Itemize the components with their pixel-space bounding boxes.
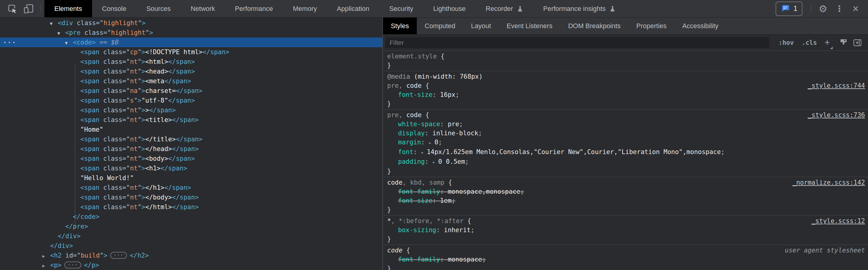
dom-tree-row[interactable]: <span class="nt">></span> xyxy=(0,105,382,115)
dom-tree-row[interactable]: <span class="nt"><html></span> xyxy=(0,57,382,66)
sidebar-tab-properties[interactable]: Properties xyxy=(628,18,674,34)
tab-network[interactable]: Network xyxy=(181,0,225,17)
disclosure-arrow-icon[interactable]: ▼ xyxy=(65,38,73,48)
css-declaration[interactable]: white-space: pre; xyxy=(383,119,868,129)
sidebar-toggle-icon[interactable] xyxy=(850,38,864,47)
dom-tree-row[interactable]: ▼<div class="highlight"> xyxy=(0,18,382,28)
dom-tree-row[interactable]: </code> xyxy=(0,212,382,222)
dom-token: class=" xyxy=(73,19,103,27)
sidebar-tab-layout[interactable]: Layout xyxy=(463,18,499,34)
dom-tree-row[interactable]: <span class="na">charset=</span> xyxy=(0,86,382,96)
brush-icon[interactable] xyxy=(837,38,850,47)
device-toolbar-icon[interactable] xyxy=(21,0,37,17)
tab-sources[interactable]: Sources xyxy=(136,0,181,17)
sidebar-tab-event-listeners[interactable]: Event Listeners xyxy=(499,18,561,34)
close-icon[interactable]: × xyxy=(847,0,864,17)
css-declaration[interactable]: font-size: 1em; xyxy=(383,196,868,205)
toggle-hover-state-button[interactable]: :hov xyxy=(775,39,798,46)
dom-tree-row[interactable]: <span class="nt"></title></span> xyxy=(0,134,382,144)
css-declaration[interactable]: font-family: monospace; xyxy=(383,255,868,264)
more-actions-icon[interactable]: ··· xyxy=(3,37,17,47)
css-declaration[interactable]: font: ▸ 14px/1.625em Menlo,Consolas,"Cou… xyxy=(383,147,868,157)
rule-selector[interactable]: element.style { xyxy=(387,52,865,61)
dom-tree-row[interactable]: "Home" xyxy=(0,125,382,134)
tab-recorder[interactable]: Recorder xyxy=(476,0,533,17)
dom-tree-row[interactable]: ▼<pre class="highlight"> xyxy=(0,28,382,37)
sidebar-tab-styles[interactable]: Styles xyxy=(383,18,417,34)
dom-tree-row[interactable]: ▶<h2 id="build">···</h2> xyxy=(0,251,382,260)
rule-selector[interactable]: pre, code { xyxy=(387,110,802,119)
disclosure-arrow-icon[interactable]: ▼ xyxy=(57,28,65,38)
disclosure-arrow-icon[interactable]: ▶ xyxy=(42,261,50,270)
expand-ellipsis-button[interactable]: ··· xyxy=(64,262,81,269)
rule-header: *, *:before, *:after {_style.scss:12 xyxy=(383,216,868,225)
disclosure-arrow-icon[interactable]: ▶ xyxy=(42,251,50,261)
tab-application[interactable]: Application xyxy=(327,0,379,17)
element-classes-button[interactable]: .cls xyxy=(798,39,821,46)
selector-part: code xyxy=(406,111,422,119)
dom-tree-row[interactable]: </div> xyxy=(0,241,382,251)
stylesheet-link[interactable]: _normalize.scss:142 xyxy=(793,178,865,187)
sidebar-tab-dom-breakpoints[interactable]: DOM Breakpoints xyxy=(560,18,628,34)
css-declaration[interactable]: box-sizing: inherit; xyxy=(383,225,868,235)
declaration-colon: : xyxy=(421,139,429,146)
css-declaration[interactable]: display: inline-block; xyxy=(383,129,868,138)
sidebar-tab-accessibility[interactable]: Accessibility xyxy=(674,18,726,34)
dom-tree-row[interactable]: <span class="nt"></html></span> xyxy=(0,202,382,212)
kebab-menu-icon[interactable]: ⋮ xyxy=(831,0,847,17)
tab-label: Recorder xyxy=(486,5,513,13)
open-brace: { xyxy=(464,217,471,224)
dom-tree-row[interactable]: <span class="nt"><body></span> xyxy=(0,154,382,163)
tab-performance-insights[interactable]: Performance insights xyxy=(533,0,626,17)
tab-memory[interactable]: Memory xyxy=(283,0,327,17)
dom-tree-row[interactable]: </div> xyxy=(0,231,382,241)
declaration-text: display: inline-block; xyxy=(398,130,482,137)
shorthand-expand-icon[interactable]: ▸ xyxy=(421,150,427,155)
filter-input[interactable] xyxy=(385,37,769,48)
inspect-icon[interactable] xyxy=(4,0,21,17)
stylesheet-link[interactable]: _style.scss:744 xyxy=(808,81,865,90)
dom-tree-row[interactable]: <span class="nt"><head></span> xyxy=(0,66,382,76)
css-declaration[interactable]: margin: ▸ 0; xyxy=(383,138,868,147)
dom-tree-row[interactable]: </pre> xyxy=(0,222,382,231)
expand-ellipsis-button[interactable]: ··· xyxy=(110,252,127,259)
dom-tree-row[interactable]: <span class="cp"><!DOCTYPE html></span> xyxy=(0,47,382,57)
dom-tree-row[interactable]: <span class="nt"></head></span> xyxy=(0,144,382,154)
rule-selector[interactable]: pre, code { xyxy=(387,81,802,90)
new-style-rule-button[interactable]: + xyxy=(821,38,834,47)
dom-token: " xyxy=(146,29,150,36)
stylesheet-link[interactable]: _style.scss:12 xyxy=(811,216,865,225)
tab-security[interactable]: Security xyxy=(379,0,423,17)
selector-part: , *:before, *:after xyxy=(391,217,464,224)
tab-console[interactable]: Console xyxy=(92,0,136,17)
css-declaration[interactable]: font-size: 16px; xyxy=(383,90,868,99)
rule-selector[interactable]: code, kbd, samp { xyxy=(387,178,786,187)
rule-selector[interactable]: *, *:before, *:after { xyxy=(387,216,805,225)
settings-gear-icon[interactable]: ⚙ xyxy=(815,0,831,17)
css-declaration[interactable]: padding: ▸ 0 0.5em; xyxy=(383,157,868,167)
tab-elements[interactable]: Elements xyxy=(44,0,92,17)
rule-selector[interactable]: code { xyxy=(387,246,779,255)
dom-tree-row[interactable]: <span class="nt"></h1></span> xyxy=(0,183,382,192)
shorthand-expand-icon[interactable]: ▸ xyxy=(433,159,438,165)
css-declaration[interactable]: font-family: monospace,monospace; xyxy=(383,187,868,196)
disclosure-arrow-icon[interactable]: ▼ xyxy=(50,19,58,28)
dom-tree-row[interactable]: ···▼<code> == $0 xyxy=(0,37,382,47)
console-messages-button[interactable]: 1 xyxy=(776,1,803,16)
dom-tree-row[interactable]: "Hello World!" xyxy=(0,173,382,183)
selector-part: * xyxy=(387,217,391,224)
dom-tree-row[interactable]: <span class="nt"><h1></span> xyxy=(0,163,382,173)
dom-tree-row[interactable]: ▶<p>···</p> xyxy=(0,260,382,270)
sidebar-tab-computed[interactable]: Computed xyxy=(417,18,463,34)
dom-token: <head> xyxy=(145,68,168,75)
css-property: box-sizing xyxy=(398,226,436,234)
dom-tree-row[interactable]: <span class="nt"><meta</span> xyxy=(0,76,382,86)
dom-tree-row[interactable]: <span class="s">"utf-8"</span> xyxy=(0,96,382,105)
dom-token: </body> xyxy=(145,194,172,201)
shorthand-expand-icon[interactable]: ▸ xyxy=(429,140,434,145)
tab-performance[interactable]: Performance xyxy=(225,0,283,17)
dom-tree-row[interactable]: <span class="nt"></body></span> xyxy=(0,192,382,202)
tab-lighthouse[interactable]: Lighthouse xyxy=(423,0,476,17)
dom-tree-row[interactable]: <span class="nt"><title></span> xyxy=(0,115,382,125)
stylesheet-link[interactable]: _style.scss:736 xyxy=(808,110,865,119)
